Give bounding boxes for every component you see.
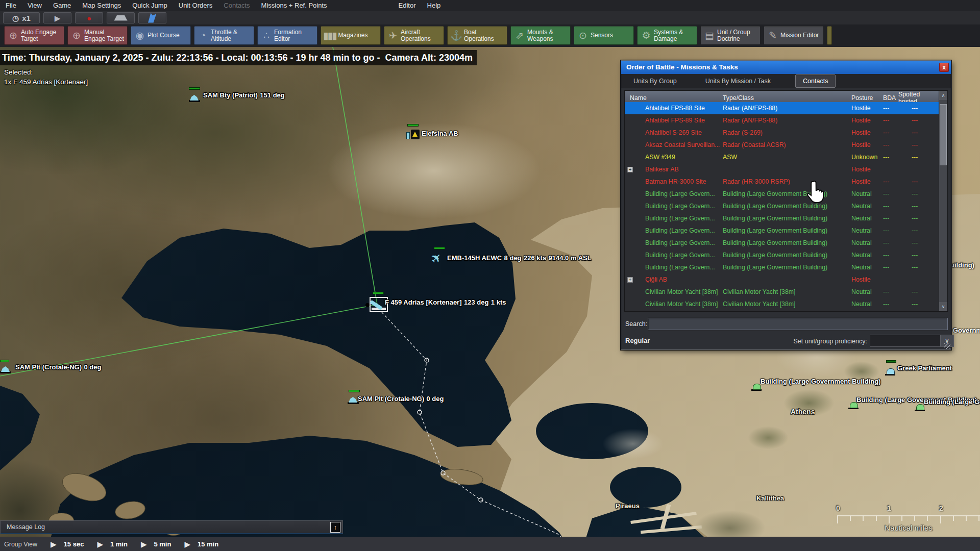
unit-label: SAM Plt (Crotale-NG) bbox=[358, 395, 424, 403]
mounts-weapons-button[interactable]: ⇗Mounts & Weapons bbox=[510, 26, 571, 45]
ferry-button[interactable] bbox=[107, 12, 135, 23]
contact-row[interactable]: Ahlatibel FPS-89 SiteRadar (AN/FPS-88)Ho… bbox=[625, 114, 939, 127]
mission-editor-button[interactable]: ✎Mission Editor bbox=[764, 26, 824, 45]
plot-course-button[interactable]: ◉Plot Course bbox=[131, 26, 191, 45]
contact-spotted: --- bbox=[912, 117, 939, 124]
tab-units-by-group[interactable]: Units By Group bbox=[626, 75, 684, 87]
scroll-down-button[interactable]: ∨ bbox=[939, 302, 947, 311]
time-step-15-min[interactable]: 15 min bbox=[198, 540, 218, 548]
scrollbar-thumb[interactable] bbox=[940, 104, 947, 165]
contact-row[interactable]: Building (Large Govern...Building (Large… bbox=[625, 224, 939, 237]
contact-row[interactable]: Building (Large Govern...Building (Large… bbox=[625, 188, 939, 200]
resize-grip[interactable] bbox=[944, 343, 950, 349]
throttle-altitude-button[interactable]: ◔Throttle & Altitude bbox=[194, 26, 254, 45]
systems-damage-button[interactable]: ⚙Systems & Damage bbox=[637, 26, 697, 45]
contact-name: Building (Large Govern... bbox=[636, 215, 723, 222]
column-header-posture[interactable]: Posture bbox=[851, 94, 883, 102]
contact-type: Civilian Motor Yacht [38m] bbox=[723, 300, 851, 308]
auto-engage-target-button[interactable]: ⊕Auto Engage Target bbox=[4, 26, 64, 45]
tab-units-by-mission-task[interactable]: Units By Mission / Task bbox=[698, 75, 778, 87]
expand-icon[interactable]: + bbox=[627, 277, 633, 283]
contact-row[interactable]: Civilian Motor Yacht [38m]Civilian Motor… bbox=[625, 286, 939, 298]
play-button[interactable]: ▶ bbox=[43, 12, 71, 23]
time-step-5-min[interactable]: 5 min bbox=[154, 540, 171, 548]
formation-editor-button[interactable]: ∴Formation Editor bbox=[257, 26, 317, 45]
search-input[interactable] bbox=[648, 318, 948, 330]
time-step-1-min[interactable]: 1 min bbox=[110, 540, 128, 548]
mission-icon: ✎ bbox=[766, 30, 778, 41]
play-step-icon[interactable]: ▶ bbox=[141, 540, 147, 549]
contact-row[interactable]: ASW #349ASWUnknown------ bbox=[625, 151, 939, 163]
play-step-icon[interactable]: ▶ bbox=[51, 540, 57, 549]
contact-spotted: --- bbox=[912, 203, 939, 210]
message-log-bar[interactable]: Message Log ↑ bbox=[0, 520, 343, 534]
unit-speed: 1 kts bbox=[491, 298, 506, 306]
play-step-icon[interactable]: ▶ bbox=[97, 540, 103, 549]
contact-bda: --- bbox=[883, 203, 912, 210]
contact-row[interactable]: +Çiğli ABHostile bbox=[625, 273, 939, 286]
contact-row[interactable]: Building (Large Govern...Building (Large… bbox=[625, 237, 939, 249]
menu-unit-orders[interactable]: Unit Orders bbox=[173, 0, 218, 11]
unit-label: Building (Large Government Building) bbox=[761, 378, 880, 385]
contact-row[interactable]: Building (Large Govern...Building (Large… bbox=[625, 200, 939, 212]
contact-row[interactable]: Building (Large Govern...Building (Large… bbox=[625, 249, 939, 261]
contact-name: ASW #349 bbox=[636, 154, 723, 161]
unit-heading: 8 deg bbox=[504, 254, 522, 262]
sensors-button[interactable]: ⊙Sensors bbox=[574, 26, 634, 45]
menu-view[interactable]: View bbox=[22, 0, 47, 11]
unit-group-doctrine-button[interactable]: ▤Unit / Group Doctrine bbox=[700, 26, 761, 45]
menu-file[interactable]: File bbox=[0, 0, 22, 11]
magazines-button[interactable]: ▮▮▮Magazines bbox=[321, 26, 381, 45]
boat-operations-button[interactable]: ⚓Boat Operations bbox=[447, 26, 507, 45]
contact-bda: --- bbox=[883, 190, 912, 197]
contact-spotted: --- bbox=[912, 252, 939, 259]
record-button[interactable]: ● bbox=[75, 12, 103, 23]
contact-posture: Neutral bbox=[851, 227, 883, 234]
scroll-up-button[interactable]: ∧ bbox=[939, 91, 947, 100]
proficiency-dropdown[interactable]: ∨ bbox=[870, 335, 954, 347]
play-step-icon[interactable]: ▶ bbox=[184, 540, 190, 549]
building-icon bbox=[751, 384, 762, 391]
contact-name: Building (Large Govern... bbox=[636, 190, 723, 197]
time-compression-button[interactable]: ◷ x1 bbox=[3, 12, 40, 23]
menu-game[interactable]: Game bbox=[47, 0, 77, 11]
toolbar-button-label: Systems & Damage bbox=[654, 29, 695, 42]
menu-missions-ref-points[interactable]: Missions + Ref. Points bbox=[256, 0, 333, 11]
contact-posture: Hostile bbox=[851, 129, 883, 136]
close-button[interactable]: x bbox=[939, 63, 949, 72]
menu-map-settings[interactable]: Map Settings bbox=[77, 0, 127, 11]
group-view-label[interactable]: Group View bbox=[4, 541, 37, 548]
menu-quick-jump[interactable]: Quick Jump bbox=[127, 0, 173, 11]
menu-help[interactable]: Help bbox=[422, 0, 447, 11]
contact-row[interactable]: Civilian Motor Yacht [38m]Civilian Motor… bbox=[625, 298, 939, 310]
contact-bda: --- bbox=[883, 264, 912, 271]
clipped-building-label: uilding) bbox=[950, 261, 974, 269]
toolbar-button-label: Unit / Group Doctrine bbox=[717, 29, 758, 42]
aircraft-operations-button[interactable]: ✈Aircraft Operations bbox=[384, 26, 444, 45]
table-scrollbar[interactable]: ∧ ∨ bbox=[939, 91, 947, 311]
contact-row[interactable]: Building (Large Govern...Building (Large… bbox=[625, 212, 939, 224]
column-header-name[interactable]: Name bbox=[625, 94, 723, 102]
place-label-athens: Athens bbox=[791, 408, 815, 416]
contact-name: Building (Large Govern... bbox=[636, 239, 723, 246]
contact-row[interactable]: Aksaz Coastal Surveillan...Radar (Coasta… bbox=[625, 139, 939, 151]
column-header-type[interactable]: Type/Class bbox=[723, 94, 851, 102]
expand-log-button[interactable]: ↑ bbox=[330, 522, 340, 533]
contact-row[interactable]: Building (Large Govern...Building (Large… bbox=[625, 261, 939, 273]
missiles-icon: ⇗ bbox=[513, 30, 525, 41]
tab-contacts[interactable]: Contacts bbox=[795, 74, 836, 88]
order-of-battle-panel: Order of Battle - Missions & Tasks x Uni… bbox=[621, 60, 951, 350]
bookmark-button[interactable] bbox=[138, 12, 166, 23]
contact-row[interactable]: Ahlatibel FPS-88 SiteRadar (AN/FPS-88)Ho… bbox=[625, 102, 939, 114]
panel-title-bar[interactable]: Order of Battle - Missions & Tasks x bbox=[621, 61, 951, 74]
contact-row[interactable]: Batman HR-3000 SiteRadar (HR-3000 RSRP)H… bbox=[625, 176, 939, 188]
contact-row[interactable]: +Balikesir ABHostile bbox=[625, 163, 939, 176]
panel-tabs: Units By GroupUnits By Mission / TaskCon… bbox=[621, 74, 951, 88]
menu-editor[interactable]: Editor bbox=[393, 0, 422, 11]
expand-icon[interactable]: + bbox=[627, 167, 633, 172]
health-bar bbox=[0, 360, 9, 362]
manual-engage-target-button[interactable]: ⊕Manual Engage Target bbox=[67, 26, 128, 45]
clipped-toolbar-button[interactable] bbox=[827, 26, 832, 45]
contact-row[interactable]: Ahlatlibel S-269 SiteRadar (S-269)Hostil… bbox=[625, 127, 939, 139]
time-step-15-sec[interactable]: 15 sec bbox=[64, 540, 84, 548]
